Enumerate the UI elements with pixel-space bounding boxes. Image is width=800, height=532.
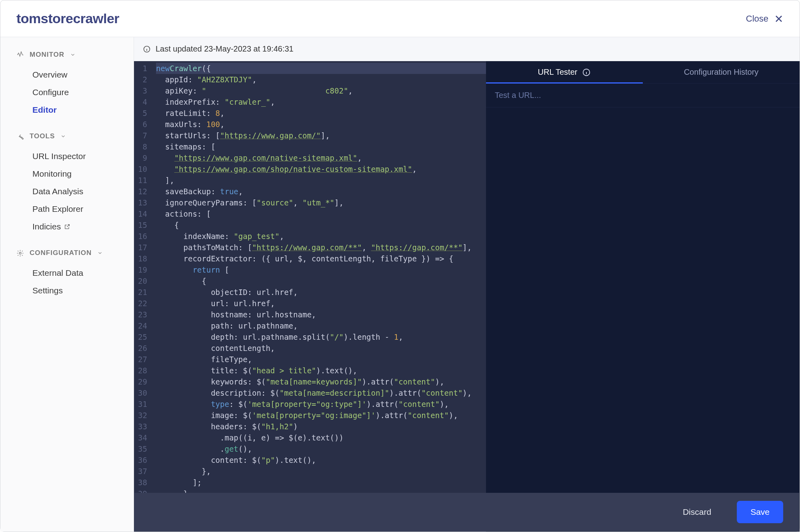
footer: Discard Save: [134, 493, 799, 531]
save-button[interactable]: Save: [737, 501, 783, 523]
chevron-down-icon: [70, 52, 76, 58]
url-input-row: [486, 84, 800, 108]
info-icon: [582, 68, 591, 77]
nav-item-path-explorer[interactable]: Path Explorer: [16, 200, 134, 218]
close-icon: [774, 14, 784, 24]
nav-item-settings[interactable]: Settings: [16, 282, 134, 299]
status-bar: Last updated 23-May-2023 at 19:46:31: [134, 37, 800, 61]
nav-item-data-analysis[interactable]: Data Analysis: [16, 183, 134, 200]
tab-config-history[interactable]: Configuration History: [643, 61, 800, 83]
close-button[interactable]: Close: [746, 14, 784, 24]
nav-item-indicies[interactable]: Indicies: [16, 218, 134, 235]
header: tomstorecrawler Close: [0, 0, 800, 37]
chevron-down-icon: [97, 250, 103, 256]
nav-heading-configuration[interactable]: CONFIGURATION: [16, 249, 134, 257]
gear-icon: [16, 249, 24, 257]
nav-heading-tools[interactable]: TOOLS: [16, 132, 134, 140]
sidebar: MONITOR Overview Configure Editor TOOLS …: [0, 37, 134, 532]
nav-section-monitor: MONITOR Overview Configure Editor: [16, 51, 134, 119]
activity-icon: [16, 51, 24, 59]
nav-heading-monitor[interactable]: MONITOR: [16, 51, 134, 59]
app-title: tomstorecrawler: [16, 11, 119, 26]
nav-item-monitoring[interactable]: Monitoring: [16, 165, 134, 183]
chevron-down-icon: [60, 133, 66, 139]
nav-item-url-inspector[interactable]: URL Inspector: [16, 147, 134, 165]
url-input[interactable]: [495, 91, 791, 100]
nav-item-overview[interactable]: Overview: [16, 66, 134, 84]
close-label: Close: [746, 14, 768, 24]
nav-item-configure[interactable]: Configure: [16, 84, 134, 101]
nav-item-external-data[interactable]: External Data: [16, 264, 134, 282]
nav-item-editor[interactable]: Editor: [16, 101, 134, 119]
nav-section-tools: TOOLS URL Inspector Monitoring Data Anal…: [16, 132, 134, 235]
tabs: URL Tester Configuration History: [486, 61, 800, 84]
discard-button[interactable]: Discard: [669, 501, 725, 523]
info-icon: [143, 45, 151, 53]
tab-url-tester[interactable]: URL Tester: [486, 61, 643, 83]
status-text: Last updated 23-May-2023 at 19:46:31: [156, 44, 294, 54]
editor-code[interactable]: newCrawler({ appId: "AH2Z8XTDJY", apiKey…: [153, 61, 486, 532]
editor-gutter: 1234567891011121314151617181920212223242…: [134, 61, 153, 532]
nav-section-configuration: CONFIGURATION External Data Settings: [16, 249, 134, 299]
svg-point-0: [19, 252, 21, 254]
external-link-icon: [64, 223, 70, 230]
code-editor[interactable]: 1234567891011121314151617181920212223242…: [134, 61, 486, 532]
right-panel: URL Tester Configuration History: [486, 61, 800, 532]
main: Last updated 23-May-2023 at 19:46:31 123…: [134, 37, 800, 532]
wrench-icon: [16, 133, 24, 140]
